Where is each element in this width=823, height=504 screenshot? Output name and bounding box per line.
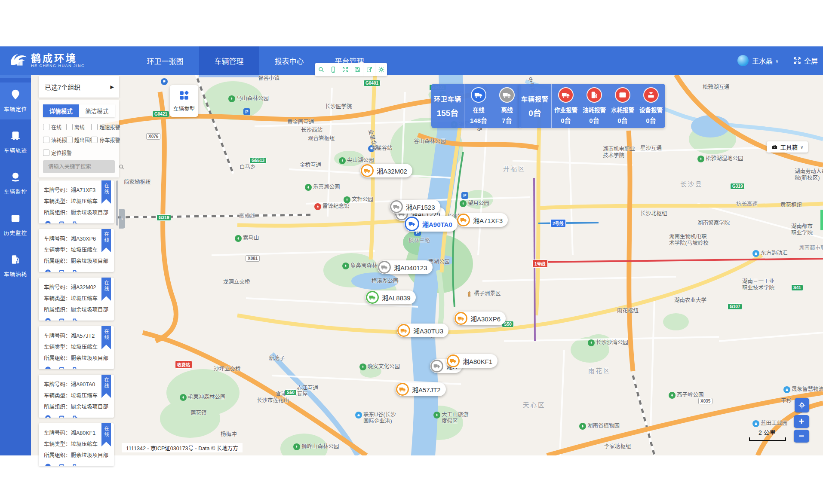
scale-bar [749, 437, 786, 441]
filter-超出围栏[interactable]: 超出围栏 [66, 136, 92, 144]
checkbox[interactable] [66, 137, 73, 143]
filter-在线[interactable]: 在线 [43, 123, 66, 131]
zoom-out-button[interactable]: − [794, 430, 809, 443]
filter-离线[interactable]: 离线 [66, 123, 92, 131]
map-vehicle-marker[interactable]: 湘AL8839 [365, 290, 416, 304]
filter-超速报警[interactable]: 超速报警 [91, 123, 117, 131]
vehicle-card[interactable]: 车牌号码：湘A71XF3 车辆类型：垃圾压缩车 所属组织：厨余垃圾项目部 在线 [39, 180, 114, 223]
nav-tab[interactable]: 环卫一张图 [132, 46, 199, 75]
gear-icon[interactable] [375, 63, 387, 76]
zoom-in-button[interactable]: + [794, 415, 809, 428]
checkbox[interactable] [43, 124, 49, 130]
magnifier-icon[interactable] [315, 63, 327, 76]
truck-icon [378, 261, 391, 274]
alarm-stat-水耗报警: 水耗报警 0台 [608, 84, 637, 128]
map-mini-toolbar [315, 63, 387, 76]
logo-swoosh-icon [8, 51, 28, 70]
mobile-icon[interactable] [327, 63, 339, 76]
checkbox[interactable] [91, 137, 98, 143]
map-vehicle-marker[interactable]: 湘A30TU3 [397, 324, 448, 337]
map-vehicle-marker[interactable]: 湘A80KF1 [446, 354, 497, 368]
checkbox[interactable] [43, 137, 49, 143]
filter-定位报警[interactable]: 定位报警 [43, 149, 66, 156]
org-selector[interactable]: 已选7个组织 ▶ [39, 76, 119, 98]
track-vehicle-icon[interactable] [58, 318, 66, 321]
device-alarm-icon [643, 87, 659, 103]
list-scrollbar[interactable] [116, 180, 118, 226]
map-vehicle-marker[interactable]: 湘AF1523 [390, 200, 440, 214]
org-selected-label: 已选7个组织 [45, 82, 111, 92]
vehicle-alarm-value: 0台 [528, 107, 541, 118]
mode-tab[interactable]: 简洁模式 [79, 104, 115, 117]
search-icon[interactable] [118, 164, 125, 170]
track-vehicle-icon[interactable] [58, 269, 66, 272]
map-vehicle-marker[interactable]: 湘A90TA0 [404, 216, 458, 232]
locate-vehicle-icon[interactable] [44, 269, 52, 272]
fuel-vehicle-icon[interactable] [71, 220, 80, 223]
fuel-vehicle-icon[interactable] [71, 269, 80, 272]
user-avatar[interactable] [737, 55, 749, 66]
filter-停车报警[interactable]: 停车报警 [91, 136, 117, 144]
org-expand-arrow-icon[interactable]: ▶ [111, 84, 114, 90]
checkbox[interactable] [43, 150, 49, 156]
fullscreen-icon [792, 56, 802, 65]
locate-button[interactable] [795, 398, 809, 412]
fullscreen-button[interactable]: 全屏 [792, 55, 818, 66]
fuel-vehicle-icon[interactable] [71, 415, 80, 418]
map-vehicle-marker[interactable]: 湘AD40123 [378, 260, 433, 274]
vehicle-type-button[interactable]: 车辆类型 [170, 85, 198, 117]
share-icon[interactable] [363, 63, 375, 76]
expand-icon[interactable] [339, 63, 351, 76]
fullscreen-label: 全屏 [804, 55, 818, 66]
checkbox[interactable] [66, 124, 73, 130]
save-icon[interactable] [351, 63, 363, 76]
sidebar-item-车辆油耗[interactable]: 车辆油耗 [0, 247, 31, 284]
nav-tab[interactable]: 车辆管理 [199, 46, 259, 75]
locate-vehicle-icon[interactable] [44, 463, 52, 466]
fuel-vehicle-icon[interactable] [71, 366, 80, 369]
track-vehicle-icon[interactable] [58, 415, 66, 418]
checkbox[interactable] [91, 124, 98, 130]
mode-tab[interactable]: 详情模式 [43, 104, 79, 117]
logo-title: 鹤成环境 [31, 53, 85, 64]
nav-tab[interactable]: 报表中心 [259, 46, 319, 75]
online-truck-icon [471, 87, 486, 103]
page-scrollbar[interactable] [820, 210, 823, 230]
sidebar-item-车辆监控[interactable]: 车辆监控 [0, 165, 31, 202]
search-input[interactable] [47, 163, 118, 170]
vehicle-card[interactable]: 车牌号码：湘A80KF1 车辆类型：垃圾压缩车 所属组织：厨余垃圾项目部 在线 [39, 423, 114, 466]
track-vehicle-icon[interactable] [58, 366, 66, 369]
map-vehicle-marker[interactable]: 湘A32M02 [360, 164, 412, 177]
mode-tabs: 详情模式简洁模式 [43, 104, 115, 117]
bus-icon [10, 130, 21, 143]
locate-vehicle-icon[interactable] [44, 318, 52, 321]
locate-vehicle-icon[interactable] [44, 220, 52, 223]
chevron-down-icon[interactable]: ∨ [775, 58, 779, 64]
alarm-stat-card: 车辆报警 0台 作业报警 0台 油耗报警 0台 水耗报警 0台 设备报警 0台 [519, 84, 665, 128]
panel-collapse-handle[interactable]: ‹ [119, 209, 125, 229]
user-name[interactable]: 王水晶 [752, 55, 773, 66]
vehicle-card[interactable]: 车牌号码：湘A32M02 车辆类型：垃圾压缩车 所属组织：厨余垃圾项目部 在线 [39, 278, 114, 321]
filter-油耗报警[interactable]: 油耗报警 [43, 136, 66, 144]
fuel-vehicle-icon[interactable] [71, 463, 80, 466]
truck-icon [361, 164, 374, 177]
sidebar-item-历史监控[interactable]: 历史监控 [0, 206, 31, 243]
vehicle-card[interactable]: 车牌号码：湘A30XP6 车辆类型：垃圾压缩车 所属组织：厨余垃圾项目部 在线 [39, 229, 114, 272]
locate-vehicle-icon[interactable] [44, 415, 52, 418]
track-vehicle-icon[interactable] [58, 463, 66, 466]
locate-vehicle-icon[interactable] [44, 366, 52, 369]
app-logo[interactable]: 鹤成环境 HE CHENG HUAN JING [8, 51, 85, 70]
map-vehicle-marker[interactable]: 湘A30XP6 [454, 312, 506, 325]
map-scale: 2 公里 [749, 428, 786, 441]
map-vehicle-marker[interactable]: 湘A71XF3 [457, 213, 508, 227]
sidebar-item-车辆定位[interactable]: 车辆定位 [0, 82, 31, 119]
track-vehicle-icon[interactable] [58, 220, 66, 223]
vehicle-type-label: 车辆类型 [173, 104, 195, 113]
map-vehicle-marker[interactable]: 湘A57JT2 [396, 382, 446, 396]
toolbox-button[interactable]: 工具箱 ∨ [767, 141, 808, 153]
fuel-vehicle-icon[interactable] [71, 318, 80, 321]
vehicle-card[interactable]: 车牌号码：湘A90TA0 车辆类型：垃圾压缩车 所属组织：厨余垃圾项目部 在线 [39, 375, 114, 418]
sidebar-item-车辆轨迹[interactable]: 车辆轨迹 [0, 124, 31, 161]
vehicle-card[interactable]: 车牌号码：湘A57JT2 车辆类型：垃圾压缩车 所属组织：厨余垃圾项目部 在线 [39, 326, 114, 369]
offline-truck-icon [499, 87, 515, 103]
